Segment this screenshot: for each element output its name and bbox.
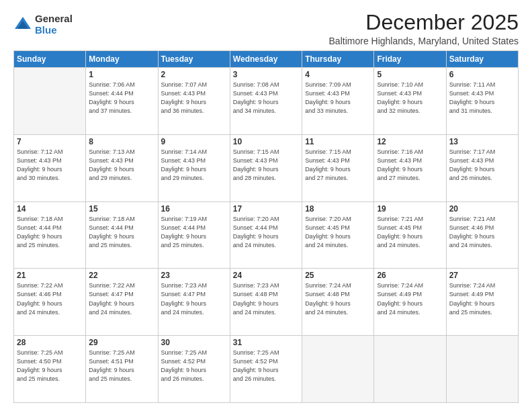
day-info: Sunrise: 7:20 AM Sunset: 4:45 PM Dayligh… <box>305 215 371 250</box>
weekday-header-thursday: Thursday <box>302 51 374 68</box>
calendar-table: SundayMondayTuesdayWednesdayThursdayFrid… <box>13 50 519 403</box>
calendar-week-row: 28Sunrise: 7:25 AM Sunset: 4:50 PM Dayli… <box>14 336 519 403</box>
weekday-header-sunday: Sunday <box>14 51 86 68</box>
day-info: Sunrise: 7:25 AM Sunset: 4:50 PM Dayligh… <box>17 349 83 383</box>
logo-blue: Blue <box>35 25 73 36</box>
calendar-week-row: 1Sunrise: 7:06 AM Sunset: 4:44 PM Daylig… <box>14 68 519 135</box>
calendar-cell: 28Sunrise: 7:25 AM Sunset: 4:50 PM Dayli… <box>14 336 86 403</box>
day-info: Sunrise: 7:25 AM Sunset: 4:52 PM Dayligh… <box>233 349 299 383</box>
calendar-cell: 3Sunrise: 7:08 AM Sunset: 4:43 PM Daylig… <box>230 68 302 135</box>
calendar-cell: 4Sunrise: 7:09 AM Sunset: 4:43 PM Daylig… <box>302 68 374 135</box>
calendar-cell <box>302 336 374 403</box>
calendar-cell: 25Sunrise: 7:24 AM Sunset: 4:48 PM Dayli… <box>302 269 374 336</box>
day-info: Sunrise: 7:09 AM Sunset: 4:43 PM Dayligh… <box>305 81 371 116</box>
calendar-cell: 7Sunrise: 7:12 AM Sunset: 4:43 PM Daylig… <box>14 134 86 201</box>
calendar-cell: 21Sunrise: 7:22 AM Sunset: 4:46 PM Dayli… <box>14 269 86 336</box>
day-number: 26 <box>377 271 443 280</box>
calendar-cell: 26Sunrise: 7:24 AM Sunset: 4:49 PM Dayli… <box>374 269 446 336</box>
calendar-cell: 12Sunrise: 7:16 AM Sunset: 4:43 PM Dayli… <box>374 134 446 201</box>
day-number: 3 <box>233 70 299 79</box>
day-number: 25 <box>305 271 371 280</box>
day-number: 18 <box>305 204 371 214</box>
day-number: 9 <box>161 137 227 146</box>
day-info: Sunrise: 7:08 AM Sunset: 4:43 PM Dayligh… <box>233 81 299 116</box>
calendar-week-row: 14Sunrise: 7:18 AM Sunset: 4:44 PM Dayli… <box>14 201 519 269</box>
calendar-cell: 30Sunrise: 7:25 AM Sunset: 4:52 PM Dayli… <box>158 336 230 403</box>
calendar-cell: 20Sunrise: 7:21 AM Sunset: 4:46 PM Dayli… <box>446 201 518 269</box>
day-info: Sunrise: 7:10 AM Sunset: 4:43 PM Dayligh… <box>377 81 443 116</box>
day-number: 16 <box>161 204 227 214</box>
day-number: 15 <box>89 204 154 214</box>
day-info: Sunrise: 7:21 AM Sunset: 4:45 PM Dayligh… <box>377 215 443 250</box>
day-number: 22 <box>89 271 154 280</box>
day-info: Sunrise: 7:19 AM Sunset: 4:44 PM Dayligh… <box>161 215 227 250</box>
day-info: Sunrise: 7:25 AM Sunset: 4:51 PM Dayligh… <box>89 349 154 383</box>
day-info: Sunrise: 7:18 AM Sunset: 4:44 PM Dayligh… <box>89 215 154 250</box>
weekday-header-saturday: Saturday <box>446 51 518 68</box>
day-number: 27 <box>449 271 515 280</box>
day-number: 29 <box>89 338 154 347</box>
day-info: Sunrise: 7:23 AM Sunset: 4:47 PM Dayligh… <box>161 281 227 316</box>
calendar-cell: 13Sunrise: 7:17 AM Sunset: 4:43 PM Dayli… <box>446 134 518 201</box>
calendar-cell: 18Sunrise: 7:20 AM Sunset: 4:45 PM Dayli… <box>302 201 374 269</box>
month-title: December 2025 <box>329 11 519 34</box>
day-number: 6 <box>449 70 515 79</box>
calendar-cell: 27Sunrise: 7:24 AM Sunset: 4:49 PM Dayli… <box>446 269 518 336</box>
day-info: Sunrise: 7:18 AM Sunset: 4:44 PM Dayligh… <box>17 215 83 250</box>
weekday-header-tuesday: Tuesday <box>158 51 230 68</box>
weekday-header-monday: Monday <box>86 51 158 68</box>
page: General Blue December 2025 Baltimore Hig… <box>0 0 532 411</box>
calendar-cell: 14Sunrise: 7:18 AM Sunset: 4:44 PM Dayli… <box>14 201 86 269</box>
day-number: 7 <box>17 137 83 146</box>
calendar-cell: 10Sunrise: 7:15 AM Sunset: 4:43 PM Dayli… <box>230 134 302 201</box>
day-info: Sunrise: 7:22 AM Sunset: 4:46 PM Dayligh… <box>17 281 83 316</box>
day-info: Sunrise: 7:12 AM Sunset: 4:43 PM Dayligh… <box>17 148 83 183</box>
day-number: 30 <box>161 338 227 347</box>
day-number: 8 <box>89 137 154 146</box>
calendar-cell: 11Sunrise: 7:15 AM Sunset: 4:43 PM Dayli… <box>302 134 374 201</box>
day-number: 5 <box>377 70 443 79</box>
calendar-cell <box>14 68 86 135</box>
day-info: Sunrise: 7:23 AM Sunset: 4:48 PM Dayligh… <box>233 281 299 316</box>
day-info: Sunrise: 7:13 AM Sunset: 4:43 PM Dayligh… <box>89 148 154 183</box>
title-block: December 2025 Baltimore Highlands, Maryl… <box>329 11 519 46</box>
calendar-cell: 31Sunrise: 7:25 AM Sunset: 4:52 PM Dayli… <box>230 336 302 403</box>
day-info: Sunrise: 7:16 AM Sunset: 4:43 PM Dayligh… <box>377 148 443 183</box>
day-number: 21 <box>17 271 83 280</box>
day-number: 28 <box>17 338 83 347</box>
calendar-week-row: 7Sunrise: 7:12 AM Sunset: 4:43 PM Daylig… <box>14 134 519 201</box>
day-info: Sunrise: 7:25 AM Sunset: 4:52 PM Dayligh… <box>161 349 227 383</box>
logo-general: General <box>35 13 73 25</box>
calendar-cell: 15Sunrise: 7:18 AM Sunset: 4:44 PM Dayli… <box>86 201 158 269</box>
day-info: Sunrise: 7:24 AM Sunset: 4:49 PM Dayligh… <box>449 281 515 316</box>
calendar-cell: 19Sunrise: 7:21 AM Sunset: 4:45 PM Dayli… <box>374 201 446 269</box>
calendar-cell: 1Sunrise: 7:06 AM Sunset: 4:44 PM Daylig… <box>86 68 158 135</box>
calendar-cell: 16Sunrise: 7:19 AM Sunset: 4:44 PM Dayli… <box>158 201 230 269</box>
day-info: Sunrise: 7:06 AM Sunset: 4:44 PM Dayligh… <box>89 81 154 116</box>
day-info: Sunrise: 7:24 AM Sunset: 4:49 PM Dayligh… <box>377 281 443 316</box>
logo-icon <box>13 15 32 34</box>
day-number: 20 <box>449 204 515 214</box>
calendar-cell: 22Sunrise: 7:22 AM Sunset: 4:47 PM Dayli… <box>86 269 158 336</box>
day-number: 13 <box>449 137 515 146</box>
day-number: 17 <box>233 204 299 214</box>
day-info: Sunrise: 7:15 AM Sunset: 4:43 PM Dayligh… <box>233 148 299 183</box>
day-number: 14 <box>17 204 83 214</box>
location-subtitle: Baltimore Highlands, Maryland, United St… <box>329 36 519 46</box>
day-info: Sunrise: 7:17 AM Sunset: 4:43 PM Dayligh… <box>449 148 515 183</box>
day-number: 31 <box>233 338 299 347</box>
calendar-cell: 8Sunrise: 7:13 AM Sunset: 4:43 PM Daylig… <box>86 134 158 201</box>
day-number: 12 <box>377 137 443 146</box>
calendar-cell <box>374 336 446 403</box>
calendar-cell: 2Sunrise: 7:07 AM Sunset: 4:43 PM Daylig… <box>158 68 230 135</box>
day-number: 2 <box>161 70 227 79</box>
day-info: Sunrise: 7:24 AM Sunset: 4:48 PM Dayligh… <box>305 281 371 316</box>
day-info: Sunrise: 7:22 AM Sunset: 4:47 PM Dayligh… <box>89 281 154 316</box>
logo: General Blue <box>13 13 73 36</box>
day-number: 11 <box>305 137 371 146</box>
calendar-cell: 9Sunrise: 7:14 AM Sunset: 4:43 PM Daylig… <box>158 134 230 201</box>
day-number: 4 <box>305 70 371 79</box>
day-info: Sunrise: 7:14 AM Sunset: 4:43 PM Dayligh… <box>161 148 227 183</box>
calendar-week-row: 21Sunrise: 7:22 AM Sunset: 4:46 PM Dayli… <box>14 269 519 336</box>
day-info: Sunrise: 7:11 AM Sunset: 4:43 PM Dayligh… <box>449 81 515 116</box>
